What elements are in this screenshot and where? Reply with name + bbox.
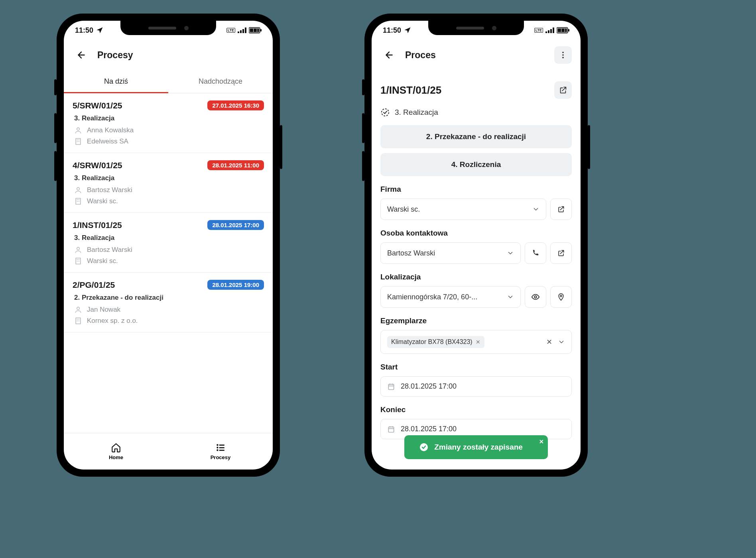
phone-frame-left: 11:50 LTE Procesy Na dziś Nadchodzące bbox=[57, 14, 280, 477]
process-detail[interactable]: 1/INST/01/25 3. Realizacja 2. Przekazane… bbox=[372, 70, 581, 470]
stage-prev-button[interactable]: 2. Przekazane - do realizacji bbox=[380, 125, 572, 148]
svg-point-50 bbox=[562, 52, 564, 53]
svg-rect-25 bbox=[79, 259, 79, 260]
arrow-left-icon bbox=[384, 50, 394, 60]
open-contact-button[interactable] bbox=[550, 242, 572, 264]
location-label: Lokalizacja bbox=[380, 273, 572, 281]
chevron-down-icon bbox=[507, 293, 514, 301]
nav-home[interactable]: Home bbox=[64, 433, 168, 470]
svg-point-22 bbox=[77, 247, 80, 250]
contact-label: Osoba kontaktowa bbox=[380, 229, 572, 238]
map-location-button[interactable] bbox=[550, 286, 572, 308]
svg-rect-13 bbox=[79, 140, 79, 140]
list-item[interactable]: 4/SRW/01/25 28.01.2025 11:00 3. Realizac… bbox=[64, 153, 273, 213]
process-id: 5/SRW/01/25 bbox=[73, 101, 122, 110]
process-status: 3. Realizacja bbox=[74, 174, 264, 182]
svg-rect-45 bbox=[568, 29, 569, 31]
process-list[interactable]: 5/SRW/01/25 27.01.2025 16:30 3. Realizac… bbox=[64, 93, 273, 433]
list-item[interactable]: 2/PG/01/25 28.01.2025 19:00 2. Przekazan… bbox=[64, 273, 273, 332]
svg-point-34 bbox=[217, 444, 218, 446]
start-label: Start bbox=[380, 363, 572, 371]
svg-rect-48 bbox=[561, 29, 565, 32]
open-external-button[interactable] bbox=[554, 81, 572, 99]
external-link-icon bbox=[557, 249, 565, 257]
open-company-button[interactable] bbox=[550, 198, 572, 220]
svg-rect-49 bbox=[565, 29, 567, 32]
clear-all-button[interactable]: ✕ bbox=[546, 338, 552, 346]
map-pin-icon bbox=[557, 293, 565, 301]
svg-point-10 bbox=[77, 128, 80, 130]
process-status: 3. Realizacja bbox=[74, 114, 264, 122]
svg-point-38 bbox=[217, 449, 218, 451]
svg-rect-19 bbox=[79, 199, 79, 200]
more-menu-button[interactable] bbox=[554, 46, 572, 64]
process-person: Bartosz Warski bbox=[87, 186, 132, 194]
process-person: Jan Nowak bbox=[87, 306, 120, 314]
external-link-icon bbox=[559, 86, 567, 94]
building-icon bbox=[74, 317, 82, 325]
svg-rect-42 bbox=[550, 29, 552, 33]
toast-close-button[interactable]: ✕ bbox=[539, 438, 544, 445]
start-datetime-input[interactable]: 28.01.2025 17:00 bbox=[380, 376, 572, 397]
svg-rect-56 bbox=[388, 384, 394, 389]
view-location-button[interactable] bbox=[525, 286, 546, 308]
process-id: 2/PG/01/25 bbox=[73, 280, 115, 290]
contact-value: Bartosz Warski bbox=[387, 249, 435, 257]
start-datetime-value: 28.01.2025 17:00 bbox=[401, 382, 457, 391]
back-button[interactable] bbox=[380, 46, 398, 64]
signal-icon bbox=[238, 28, 246, 33]
svg-rect-31 bbox=[79, 319, 79, 320]
tab-today[interactable]: Na dziś bbox=[64, 70, 168, 93]
end-label: Koniec bbox=[380, 405, 572, 414]
calendar-icon bbox=[387, 383, 395, 391]
svg-point-28 bbox=[77, 307, 80, 310]
tabs: Na dziś Nadchodzące bbox=[64, 70, 273, 93]
svg-rect-17 bbox=[76, 198, 81, 204]
process-company: Edelweiss SA bbox=[87, 138, 128, 145]
remove-chip-button[interactable]: ✕ bbox=[476, 339, 480, 345]
page-title: Procesy bbox=[97, 50, 133, 61]
svg-rect-30 bbox=[77, 319, 78, 320]
process-id: 4/SRW/01/25 bbox=[73, 161, 122, 170]
svg-rect-21 bbox=[79, 201, 79, 202]
location-value: Kamiennogórska 7/20, 60-... bbox=[387, 293, 477, 301]
location-select[interactable]: Kamiennogórska 7/20, 60-... bbox=[380, 286, 521, 308]
toast-message: Zmiany zostały zapisane bbox=[434, 443, 523, 452]
svg-rect-32 bbox=[77, 320, 78, 321]
svg-rect-5 bbox=[260, 29, 262, 31]
nav-processes[interactable]: Procesy bbox=[168, 433, 273, 470]
page-title: Proces bbox=[405, 50, 436, 61]
call-contact-button[interactable] bbox=[525, 242, 546, 264]
process-person: Bartosz Warski bbox=[87, 246, 132, 254]
svg-rect-35 bbox=[219, 444, 224, 446]
back-button[interactable] bbox=[73, 46, 90, 64]
svg-rect-3 bbox=[245, 28, 246, 33]
items-label: Egzemplarze bbox=[380, 316, 572, 325]
svg-rect-9 bbox=[257, 29, 259, 32]
process-company: Kornex sp. z o.o. bbox=[87, 317, 138, 325]
success-toast: Zmiany zostały zapisane ✕ bbox=[404, 435, 548, 459]
svg-rect-14 bbox=[77, 141, 78, 142]
contact-select[interactable]: Bartosz Warski bbox=[380, 242, 521, 264]
chevron-down-icon bbox=[532, 206, 539, 213]
tab-upcoming[interactable]: Nadchodzące bbox=[168, 70, 273, 93]
company-select[interactable]: Warski sc. bbox=[380, 198, 546, 220]
phone-frame-right: 11:50 LTE Proces 1/INST/01/25 bbox=[364, 14, 588, 477]
items-multiselect[interactable]: Klimatyzator BX78 (BX4323) ✕ ✕ bbox=[380, 330, 572, 354]
svg-rect-29 bbox=[76, 318, 81, 324]
item-chip: Klimatyzator BX78 (BX4323) ✕ bbox=[387, 336, 484, 348]
battery-icon bbox=[249, 27, 262, 33]
svg-point-55 bbox=[560, 295, 562, 297]
list-item[interactable]: 5/SRW/01/25 27.01.2025 16:30 3. Realizac… bbox=[64, 93, 273, 153]
process-company: Warski sc. bbox=[87, 197, 118, 205]
calendar-icon bbox=[387, 425, 395, 433]
nav-processes-label: Procesy bbox=[211, 454, 231, 460]
home-icon bbox=[111, 442, 121, 453]
status-time: 11:50 bbox=[75, 26, 93, 35]
svg-rect-12 bbox=[77, 140, 78, 140]
current-stage-label: 3. Realizacja bbox=[395, 108, 438, 117]
datetime-badge: 28.01.2025 11:00 bbox=[207, 160, 264, 170]
list-item[interactable]: 1/INST/01/25 28.01.2025 17:00 3. Realiza… bbox=[64, 213, 273, 273]
stage-next-button[interactable]: 4. Rozliczenia bbox=[380, 153, 572, 176]
svg-rect-24 bbox=[77, 259, 78, 260]
